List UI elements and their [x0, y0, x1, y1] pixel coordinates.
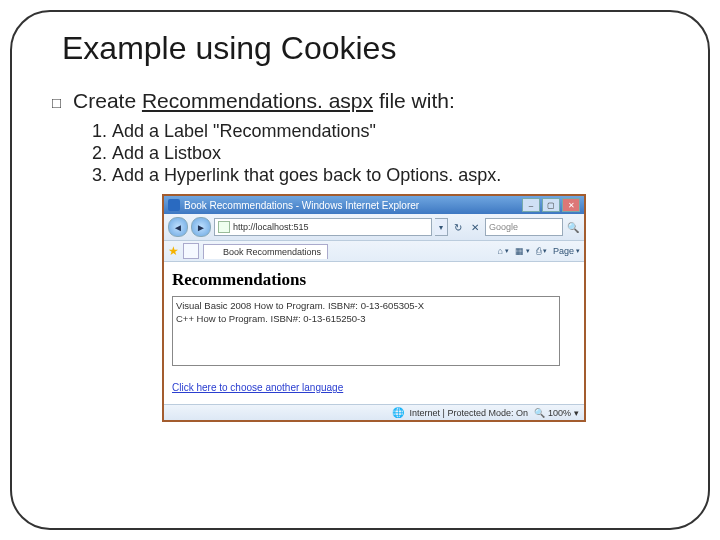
- forward-button[interactable]: ►: [191, 217, 211, 237]
- list-item: Add a Listbox: [112, 143, 678, 164]
- minimize-button[interactable]: –: [522, 198, 540, 212]
- main-bullet: □ Create Recommendations. aspx file with…: [52, 89, 678, 113]
- bullet-prefix: Create: [73, 89, 142, 112]
- steps-list: Add a Label "Recommendations" Add a List…: [112, 121, 678, 186]
- page-icon: [218, 221, 230, 233]
- address-bar[interactable]: http://localhost:515: [214, 218, 432, 236]
- stop-button[interactable]: ✕: [468, 220, 482, 234]
- bullet-text: Create Recommendations. aspx file with:: [73, 89, 455, 113]
- status-bar: 🌐 Internet | Protected Mode: On 🔍 100% ▾: [164, 404, 584, 420]
- add-favorites-button[interactable]: [183, 243, 199, 259]
- page-heading: Recommendations: [172, 270, 576, 290]
- list-item: Add a Label "Recommendations": [112, 121, 678, 142]
- address-dropdown[interactable]: ▾: [435, 218, 448, 236]
- window-title: Book Recommendations - Windows Internet …: [184, 200, 419, 211]
- address-text: http://localhost:515: [233, 222, 309, 232]
- search-box[interactable]: Google: [485, 218, 563, 236]
- choose-language-link[interactable]: Click here to choose another language: [172, 382, 343, 393]
- square-bullet-icon: □: [52, 94, 61, 111]
- page-menu[interactable]: Page ▾: [553, 246, 580, 256]
- nav-toolbar: ◄ ► http://localhost:515 ▾ ↻ ✕ Google 🔍: [164, 214, 584, 241]
- page-viewport: Recommendations Visual Basic 2008 How to…: [164, 262, 584, 404]
- list-item[interactable]: C++ How to Program. ISBN#: 0-13-615250-3: [176, 312, 556, 325]
- tab-toolbar: ★ Book Recommendations ⌂▾ ▦▾ ⎙▾ Page ▾: [164, 241, 584, 262]
- slide-title: Example using Cookies: [62, 30, 678, 67]
- bullet-filename: Recommendations. aspx: [142, 89, 373, 112]
- ie-icon: [168, 199, 180, 211]
- internet-zone-icon: 🌐: [392, 407, 404, 418]
- recommendations-listbox[interactable]: Visual Basic 2008 How to Program. ISBN#:…: [172, 296, 560, 366]
- ie-icon: [210, 247, 220, 257]
- zoom-control[interactable]: 🔍 100% ▾: [534, 408, 579, 418]
- home-button[interactable]: ⌂▾: [498, 246, 509, 256]
- list-item: Add a Hyperlink that goes back to Option…: [112, 165, 678, 186]
- bullet-suffix: file with:: [373, 89, 455, 112]
- favorites-star-icon[interactable]: ★: [168, 244, 179, 258]
- tab-label: Book Recommendations: [223, 247, 321, 257]
- back-button[interactable]: ◄: [168, 217, 188, 237]
- feeds-button[interactable]: ▦▾: [515, 246, 530, 256]
- close-button[interactable]: ✕: [562, 198, 580, 212]
- search-icon[interactable]: 🔍: [566, 220, 580, 234]
- browser-screenshot: Book Recommendations - Windows Internet …: [162, 194, 586, 422]
- status-text: Internet | Protected Mode: On: [410, 408, 528, 418]
- browser-tab[interactable]: Book Recommendations: [203, 244, 328, 259]
- print-button[interactable]: ⎙▾: [536, 246, 547, 256]
- window-titlebar: Book Recommendations - Windows Internet …: [164, 196, 584, 214]
- zoom-value: 100%: [548, 408, 571, 418]
- list-item[interactable]: Visual Basic 2008 How to Program. ISBN#:…: [176, 299, 556, 312]
- slide-frame: Example using Cookies □ Create Recommend…: [10, 10, 710, 530]
- maximize-button[interactable]: ▢: [542, 198, 560, 212]
- refresh-button[interactable]: ↻: [451, 220, 465, 234]
- zoom-icon: 🔍: [534, 408, 545, 418]
- chevron-down-icon: ▾: [574, 408, 579, 418]
